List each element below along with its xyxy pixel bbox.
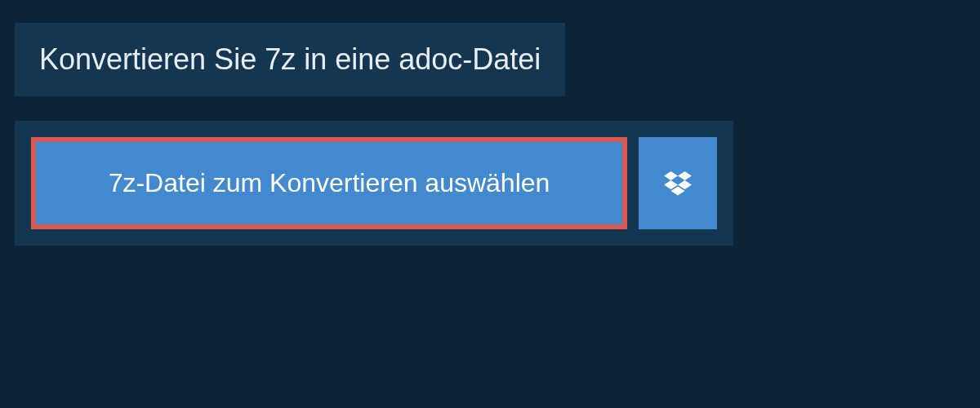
dropbox-icon bbox=[664, 171, 692, 196]
select-file-button[interactable]: 7z-Datei zum Konvertieren auswählen bbox=[31, 137, 627, 229]
page-title: Konvertieren Sie 7z in eine adoc-Datei bbox=[39, 42, 541, 77]
header-bar: Konvertieren Sie 7z in eine adoc-Datei bbox=[15, 23, 565, 96]
dropbox-button[interactable] bbox=[639, 137, 717, 229]
select-file-label: 7z-Datei zum Konvertieren auswählen bbox=[109, 168, 550, 198]
file-select-panel: 7z-Datei zum Konvertieren auswählen bbox=[15, 121, 733, 246]
